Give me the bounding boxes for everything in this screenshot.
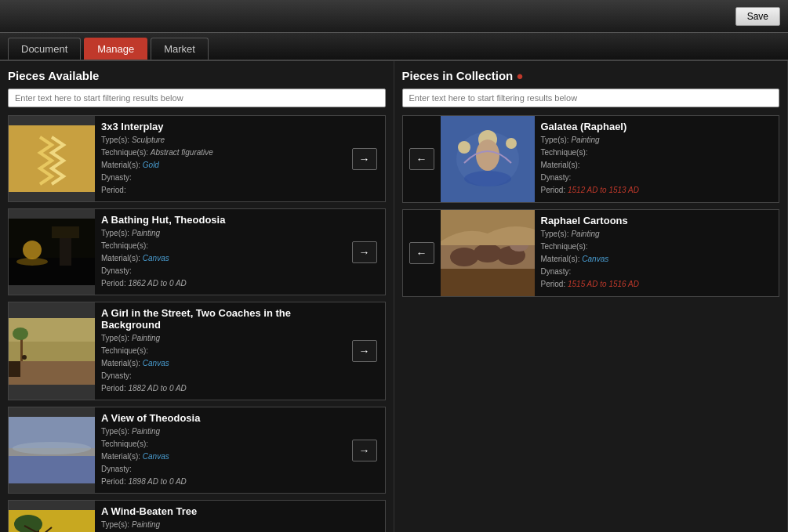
svg-point-28 xyxy=(458,141,470,154)
tab-manage[interactable]: Manage xyxy=(84,38,147,60)
art-meta: Type(s): Painting Technique(s): Material… xyxy=(101,332,338,395)
add-to-collection-btn-bathing-hut[interactable]: → xyxy=(344,209,385,295)
svg-point-13 xyxy=(22,355,27,360)
art-info: Galatea (Raphael) Type(s): Painting Tech… xyxy=(535,116,779,202)
top-bar: Save xyxy=(0,0,788,33)
svg-point-4 xyxy=(16,258,48,266)
arrow-left-icon[interactable]: ← xyxy=(409,148,434,170)
svg-point-3 xyxy=(23,241,42,259)
svg-rect-15 xyxy=(9,452,95,483)
add-to-collection-btn-girl-street[interactable]: → xyxy=(344,302,385,400)
art-info: A Wind-Beaten Tree Type(s): Painting Tec… xyxy=(95,501,344,532)
art-meta: Type(s): Painting Technique(s): Material… xyxy=(541,134,773,197)
art-info: A Girl in the Street, Two Coaches in the… xyxy=(95,302,344,400)
pieces-available-filter[interactable] xyxy=(8,89,386,107)
svg-rect-6 xyxy=(52,226,79,238)
art-title: Raphael Cartoons xyxy=(541,215,773,226)
list-item: ← Raphael Cartoons Type(s): xyxy=(402,209,780,297)
list-item: A Wind-Beaten Tree Type(s): Painting Tec… xyxy=(8,500,386,532)
art-thumbnail xyxy=(441,116,535,202)
tab-market[interactable]: Market xyxy=(151,38,209,60)
art-info: 3x3 Interplay Type(s): Sculpture Techniq… xyxy=(95,116,344,201)
tab-document[interactable]: Document xyxy=(8,38,81,60)
svg-point-11 xyxy=(13,328,28,340)
art-thumbnail xyxy=(9,209,95,295)
pieces-in-collection-title: Pieces in Collection ● xyxy=(402,69,780,82)
art-title: A View of Theodosia xyxy=(101,412,338,424)
art-meta: Type(s): Painting Technique(s): Material… xyxy=(541,228,773,291)
list-item: A Bathing Hut, Theodosia Type(s): Painti… xyxy=(8,208,386,295)
required-dot: ● xyxy=(516,69,523,82)
svg-point-27 xyxy=(476,139,499,171)
svg-point-29 xyxy=(506,138,517,149)
svg-rect-32 xyxy=(441,265,535,296)
remove-from-collection-btn-galatea[interactable]: ← xyxy=(403,116,441,202)
art-title: A Girl in the Street, Two Coaches in the… xyxy=(101,307,338,331)
arrow-right-icon[interactable]: → xyxy=(352,340,377,362)
save-button[interactable]: Save xyxy=(735,7,780,26)
art-meta: Type(s): Painting Technique(s): Material… xyxy=(101,425,338,488)
remove-from-collection-btn-raphael[interactable]: ← xyxy=(403,210,441,296)
svg-point-17 xyxy=(13,442,91,454)
art-thumbnail xyxy=(9,501,95,532)
art-thumbnail xyxy=(9,407,95,493)
art-title: 3x3 Interplay xyxy=(101,121,338,132)
art-info: Raphael Cartoons Type(s): Painting Techn… xyxy=(535,210,779,296)
svg-rect-0 xyxy=(9,125,95,192)
svg-point-34 xyxy=(450,248,478,266)
arrow-left-icon[interactable]: ← xyxy=(409,242,434,264)
main-content: Pieces Available 3x3 Interplay Type(s): … xyxy=(0,61,788,532)
art-title: A Bathing Hut, Theodosia xyxy=(101,214,338,226)
pieces-collection-filter[interactable] xyxy=(402,89,780,107)
art-thumbnail xyxy=(9,116,95,201)
pieces-available-panel: Pieces Available 3x3 Interplay Type(s): … xyxy=(0,61,394,532)
pieces-in-collection-panel: Pieces in Collection ● ← xyxy=(394,61,789,532)
art-title: Galatea (Raphael) xyxy=(541,121,773,132)
art-thumbnail xyxy=(9,302,95,400)
art-title: A Wind-Beaten Tree xyxy=(101,505,338,517)
svg-rect-8 xyxy=(9,357,95,385)
art-info: A Bathing Hut, Theodosia Type(s): Painti… xyxy=(95,209,344,295)
add-to-collection-btn-view-theodosia[interactable]: → xyxy=(344,407,385,493)
art-meta: Type(s): Painting Technique(s): Material… xyxy=(101,519,338,532)
art-thumbnail xyxy=(441,210,535,296)
pieces-available-title: Pieces Available xyxy=(8,69,386,82)
add-to-collection-btn-wind-beaten[interactable]: → xyxy=(344,501,385,532)
list-item: A View of Theodosia Type(s): Painting Te… xyxy=(8,407,386,494)
arrow-right-icon[interactable]: → xyxy=(352,440,377,461)
list-item: 3x3 Interplay Type(s): Sculpture Techniq… xyxy=(8,115,386,202)
add-to-collection-btn-3x3[interactable]: → xyxy=(344,116,385,201)
art-meta: Type(s): Sculpture Technique(s): Abstrac… xyxy=(101,134,338,197)
art-info: A View of Theodosia Type(s): Painting Te… xyxy=(95,407,344,493)
list-item: A Girl in the Street, Two Coaches in the… xyxy=(8,302,386,400)
svg-rect-12 xyxy=(9,361,20,377)
svg-rect-5 xyxy=(60,234,71,266)
list-item: ← Galatea (Raphael) Type(s): Painting xyxy=(402,115,780,203)
arrow-right-icon[interactable]: → xyxy=(352,148,377,170)
art-meta: Type(s): Painting Technique(s): Material… xyxy=(101,227,338,290)
svg-point-30 xyxy=(464,171,511,186)
arrow-right-icon[interactable]: → xyxy=(352,241,377,263)
tabs-bar: Document Manage Market xyxy=(0,33,788,61)
